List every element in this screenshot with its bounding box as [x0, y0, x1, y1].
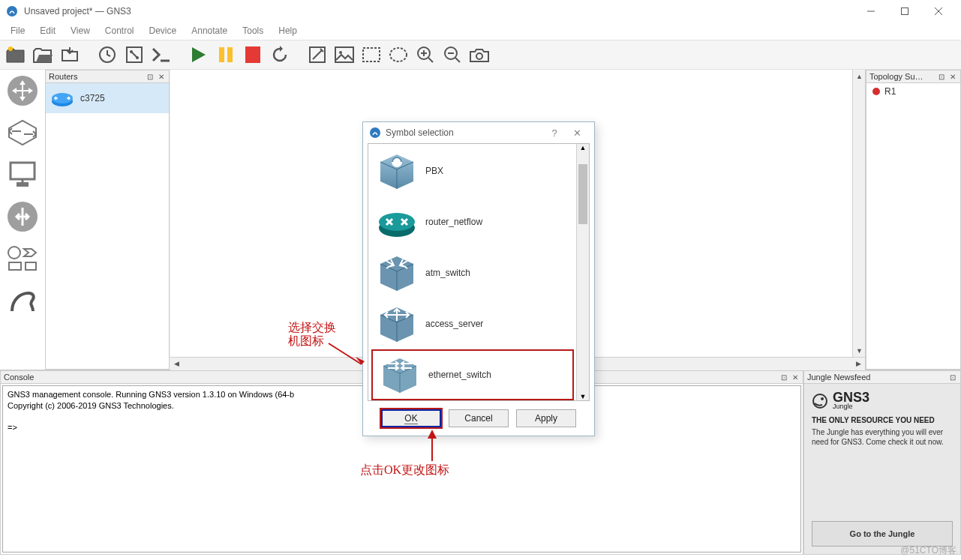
- tool-bar: [0, 40, 961, 70]
- dialog-buttons: OK Cancel Apply: [363, 401, 594, 436]
- menu-device[interactable]: Device: [142, 24, 185, 37]
- title-bar: Unsaved project* — GNS3: [0, 0, 961, 22]
- svg-line-21: [428, 58, 433, 62]
- symbol-label: access_server: [425, 319, 483, 329]
- panel-controls[interactable]: ⊡ ✕: [781, 373, 800, 382]
- symbol-selection-dialog: Symbol selection ? ✕ PBX router_netflow …: [362, 121, 595, 436]
- router-icon: [50, 89, 74, 107]
- zoom-in-icon[interactable]: [414, 43, 437, 66]
- jungle-logo: GNS3 Jungle: [812, 391, 953, 410]
- screenshot-icon[interactable]: [468, 43, 491, 66]
- atm-switch-icon: [376, 253, 418, 292]
- zoom-out-icon[interactable]: [441, 43, 464, 66]
- maximize-button[interactable]: [887, 0, 921, 22]
- dialog-title: Symbol selection: [386, 127, 543, 138]
- scroll-right-icon[interactable]: ▶: [852, 358, 865, 370]
- annotation-click-ok: 点击OK更改图标: [360, 463, 449, 478]
- start-all-icon[interactable]: [188, 43, 210, 66]
- reload-all-icon[interactable]: [269, 43, 291, 66]
- browse-switches-icon[interactable]: [5, 115, 41, 151]
- close-button[interactable]: [921, 0, 955, 22]
- topology-panel: Topology Su… ⊡ ✕ R1: [866, 70, 961, 370]
- minimize-button[interactable]: [854, 0, 887, 22]
- annotate-text-icon[interactable]: [306, 43, 329, 66]
- routers-panel-title: Routers: [49, 72, 78, 81]
- symbol-item-pbx[interactable]: PBX: [370, 145, 587, 196]
- ok-button[interactable]: OK: [381, 409, 441, 427]
- browse-security-icon[interactable]: [5, 199, 41, 235]
- svg-line-25: [455, 58, 460, 62]
- browse-all-icon[interactable]: [5, 241, 41, 277]
- svg-point-27: [476, 53, 482, 59]
- menu-edit[interactable]: Edit: [32, 24, 63, 37]
- router-netflow-icon: [376, 202, 418, 241]
- panel-controls[interactable]: ⊡ ✕: [938, 73, 957, 81]
- menu-control[interactable]: Control: [98, 24, 142, 37]
- svg-rect-35: [9, 262, 21, 270]
- svg-line-10: [131, 52, 137, 58]
- menu-help[interactable]: Help: [271, 24, 305, 37]
- svg-rect-2: [901, 7, 908, 14]
- topology-panel-title: Topology Su…: [869, 72, 923, 81]
- panel-controls[interactable]: ⊡: [950, 373, 957, 382]
- menu-bar: File Edit View Control Device Annotate T…: [0, 22, 961, 40]
- symbol-item-access-server[interactable]: access_server: [370, 298, 587, 349]
- show-interfaces-icon[interactable]: [123, 43, 146, 66]
- draw-ellipse-icon[interactable]: [387, 43, 410, 66]
- ethernet-switch-icon: [379, 355, 421, 394]
- panel-controls[interactable]: ⊡ ✕: [147, 73, 166, 81]
- insert-image-icon[interactable]: [333, 43, 356, 66]
- menu-annotate[interactable]: Annotate: [184, 24, 235, 37]
- svg-rect-18: [363, 48, 380, 61]
- symbol-item-router-netflow[interactable]: router_netflow: [370, 196, 587, 247]
- scrollbar-thumb[interactable]: [578, 164, 587, 224]
- dialog-scrollbar[interactable]: ▲ ▼: [576, 144, 589, 400]
- symbol-list[interactable]: PBX router_netflow atm_switch access_ser…: [368, 143, 590, 401]
- jungle-desc: The Jungle has everything you will ever …: [812, 427, 953, 447]
- topology-item-label: R1: [884, 86, 896, 97]
- scroll-left-icon[interactable]: ◀: [170, 358, 183, 370]
- add-link-icon[interactable]: [5, 283, 41, 319]
- svg-line-45: [329, 343, 362, 364]
- symbol-item-atm-switch[interactable]: atm_switch: [370, 247, 587, 298]
- browse-end-devices-icon[interactable]: [5, 157, 41, 193]
- topology-item[interactable]: R1: [872, 86, 954, 97]
- routers-panel: Routers ⊡ ✕ c3725: [45, 70, 170, 370]
- open-project-icon[interactable]: [32, 43, 54, 66]
- access-server-icon: [376, 304, 418, 343]
- new-project-icon[interactable]: [5, 43, 27, 66]
- save-project-icon[interactable]: [59, 43, 81, 66]
- svg-rect-30: [17, 182, 29, 187]
- scroll-up-icon[interactable]: ▲: [577, 144, 589, 151]
- snapshot-icon[interactable]: [96, 43, 119, 66]
- pbx-icon: [376, 151, 418, 190]
- chameleon-icon: [812, 393, 828, 409]
- dialog-close-button[interactable]: ✕: [566, 122, 588, 143]
- draw-rect-icon[interactable]: [360, 43, 383, 66]
- cancel-button[interactable]: Cancel: [449, 409, 509, 427]
- dialog-help-button[interactable]: ?: [543, 122, 566, 143]
- svg-point-17: [339, 51, 342, 54]
- scroll-down-icon[interactable]: ▼: [577, 393, 589, 400]
- app-logo-icon: [6, 5, 18, 17]
- menu-tools[interactable]: Tools: [235, 24, 271, 37]
- stop-all-icon[interactable]: [242, 43, 264, 66]
- browse-routers-icon[interactable]: [5, 73, 41, 109]
- symbol-item-ethernet-switch[interactable]: ethernet_switch: [371, 349, 574, 400]
- jungle-panel-header: Jungle Newsfeed ⊡: [804, 371, 960, 384]
- console-all-icon[interactable]: [150, 43, 173, 66]
- dialog-title-bar: Symbol selection ? ✕: [363, 122, 594, 143]
- scroll-up-icon[interactable]: ▲: [853, 70, 866, 82]
- jungle-cta-button[interactable]: Go to the Jungle: [812, 521, 953, 547]
- pause-all-icon[interactable]: [215, 43, 237, 66]
- menu-file[interactable]: File: [3, 24, 32, 37]
- device-toolbar: [0, 70, 45, 370]
- scroll-down-icon[interactable]: ▼: [853, 344, 866, 357]
- svg-rect-14: [245, 46, 260, 63]
- router-item[interactable]: c3725: [46, 83, 169, 113]
- apply-button[interactable]: Apply: [516, 409, 576, 427]
- svg-point-44: [379, 213, 415, 231]
- vertical-scrollbar[interactable]: ▲ ▼: [852, 70, 865, 357]
- menu-view[interactable]: View: [63, 24, 98, 37]
- svg-point-34: [8, 247, 20, 259]
